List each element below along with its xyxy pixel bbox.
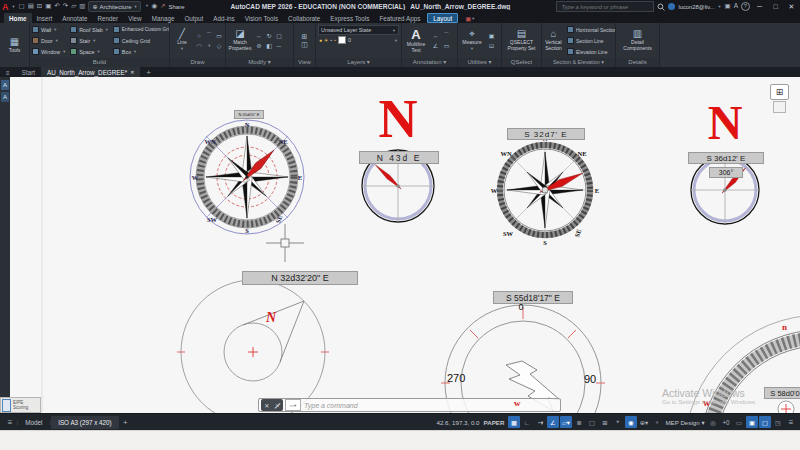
customization-menu-icon[interactable]: ≡ (785, 416, 797, 428)
lineweight-toggle[interactable]: ≣ (573, 416, 585, 428)
layer-lock-icon[interactable]: ▪ (331, 37, 333, 43)
draw-panel-label[interactable]: Draw (170, 58, 225, 67)
drawing-tab[interactable]: AU_North_Arrow_DEGREE* ✕ (41, 67, 140, 77)
layer-state-dropdown[interactable]: Unsaved Layer State▼ (318, 25, 399, 35)
close-button[interactable]: ✕ (785, 3, 798, 11)
viewport-mini-control[interactable] (773, 101, 786, 113)
new-layout-button[interactable]: + (119, 416, 131, 428)
redo-icon[interactable]: ↷ (63, 3, 68, 10)
utilities-panel-label[interactable]: Utilities ▾ (458, 58, 501, 67)
layout-tab-iso-a3[interactable]: ISO A3 (297 x 420) (51, 416, 119, 429)
maximize-button[interactable]: □ (769, 3, 782, 10)
compass-rose-3[interactable]: N NE E SE S SW W WN (491, 135, 599, 246)
degree-gauge[interactable] (441, 305, 605, 413)
search-input[interactable] (559, 3, 651, 11)
search-icon[interactable] (657, 3, 665, 11)
modify-tool-grid[interactable]: ↔↻▢⊘◧─ (254, 23, 284, 58)
annotation-tool-grid[interactable]: ↔⌒∠▭ (430, 23, 452, 58)
share-button[interactable]: Share (169, 4, 185, 10)
logo-menu-caret-icon[interactable]: ▼ (12, 4, 16, 9)
annotation-visibility-toggle[interactable]: ◉ (625, 416, 637, 428)
new-file-icon[interactable]: ▢ (18, 3, 24, 10)
command-input[interactable]: Type a command (304, 402, 358, 409)
annotation-scale-add[interactable]: ＋ (651, 416, 663, 428)
layers-panel-label[interactable]: Layers ▾ (316, 58, 401, 67)
transparency-toggle[interactable]: ▢ (586, 416, 598, 428)
plot-icon[interactable]: ▣ (45, 3, 51, 10)
space-tool[interactable]: Space▼ (70, 48, 109, 55)
new-drawing-tab-button[interactable]: + (140, 67, 157, 77)
stair-tool[interactable]: Stair▼ (70, 37, 109, 44)
elevation-line-tool[interactable]: Elevation Line (567, 48, 613, 55)
section-line-tool[interactable]: Section Line (567, 37, 613, 44)
snap-toggle[interactable]: ∟ (521, 416, 533, 428)
signed-in-user[interactable]: lucon28@liv... (678, 4, 714, 10)
folder-icon[interactable]: ▱ (71, 3, 76, 10)
ribbon-tab-render[interactable]: Render (92, 13, 123, 23)
current-layer[interactable]: 0 (348, 37, 351, 43)
wall-tool[interactable]: Wall▼ (32, 26, 66, 33)
share-icon[interactable]: ↗ (160, 3, 165, 10)
draw-tool-grid[interactable]: ○⌒▭◠＋◇ (194, 23, 224, 58)
section-elevation-panel-label[interactable]: Section & Elevation ▾ (542, 58, 615, 67)
north-arrow-construction[interactable] (177, 276, 329, 413)
tool-palette-strip[interactable]: A A (0, 77, 10, 413)
workspace-switcher[interactable]: ⊕ Architecture ▼ (88, 1, 141, 12)
selection-cycling-toggle[interactable]: ⊞ (599, 416, 611, 428)
modify-panel-label[interactable]: Modify ▾ (226, 58, 293, 67)
match-properties-button[interactable]: ◪ Match Properties (226, 23, 254, 58)
autocad-logo-icon[interactable]: A (2, 2, 9, 12)
open-file-icon[interactable]: ▤ (28, 3, 34, 10)
multiline-text-button[interactable]: A Multiline Text (402, 23, 430, 58)
layer-color-swatch[interactable] (338, 36, 346, 44)
details-panel-label[interactable]: Details (616, 58, 659, 67)
window-tool[interactable]: Window▼ (32, 48, 66, 55)
close-tab-icon[interactable]: ✕ (130, 69, 134, 75)
command-customize-icon[interactable]: ╂ (274, 401, 282, 409)
ribbon-tab-addins[interactable]: Add-ins (208, 13, 239, 23)
palette-icon-a1[interactable]: A (1, 80, 9, 90)
save-icon[interactable]: ⊡ (37, 3, 42, 10)
palette-icon-a2[interactable]: A (1, 92, 9, 102)
minimize-button[interactable]: ─ (753, 3, 766, 10)
quick-properties-toggle[interactable]: ▭ (733, 416, 745, 428)
layer-sun-icon[interactable]: ☀ (324, 37, 328, 43)
utilities-tool-grid[interactable]: ▣⊡ (486, 23, 497, 58)
user-menu-caret-icon[interactable]: ▼ (718, 4, 722, 9)
ribbon-tab-annotate[interactable]: Annotate (57, 13, 92, 23)
command-recent-dropdown[interactable]: ▭▾ (285, 399, 301, 411)
build-panel-label[interactable]: Build (30, 58, 169, 67)
view-panel-label[interactable]: View (294, 58, 315, 67)
autoscale-toggle[interactable]: ⊕▾ (638, 416, 650, 428)
measure-button[interactable]: ⌖ Measure▼ (458, 23, 486, 58)
paper-space-toggle[interactable]: PAPER (484, 419, 505, 426)
help-icon[interactable]: ? (741, 2, 750, 11)
file-tabs-menu-icon[interactable]: ≡ (0, 67, 16, 77)
line-button[interactable]: ╱ Line▼ (170, 23, 194, 58)
detail-components-button[interactable]: ▥ Detail Components (616, 23, 659, 58)
ribbon-tab-insert[interactable]: Insert (32, 13, 58, 23)
enhanced-custom-grid-tool[interactable]: Enhanced Custom Grid▼ (113, 26, 169, 33)
compass-rose-1[interactable]: N NE E SE S SW W WN (190, 120, 304, 234)
ribbon-tab-vision-tools[interactable]: Vision Tools (240, 13, 283, 23)
box-tool[interactable]: Box▼ (113, 48, 169, 55)
vertical-section-button[interactable]: ⌂ Vertical Section (542, 23, 565, 58)
qselect-property-set-button[interactable]: ▤ QSELECT Property Set (502, 23, 541, 58)
globe-icon[interactable]: ◔ (144, 3, 148, 10)
ribbon-tab-featured-apps[interactable]: Featured Apps (374, 13, 425, 23)
user-avatar[interactable] (668, 3, 675, 10)
autodesk-icon[interactable]: A (734, 3, 738, 10)
grid-toggle[interactable]: ▦ (508, 416, 520, 428)
tools-button[interactable]: ▦ Tools (0, 23, 29, 67)
ribbon-tab-output[interactable]: Output (179, 13, 208, 23)
sheetset-icon[interactable]: ▥ (79, 3, 85, 10)
app-store-icon[interactable]: ▣ (725, 3, 731, 10)
layer-plot-icon[interactable]: ▪ (334, 37, 336, 43)
view-tools[interactable]: ⊞ ◫ (294, 23, 315, 58)
ribbon-tab-layout[interactable]: Layout (427, 13, 458, 23)
ribbon-tab-express-tools[interactable]: Express Tools (325, 13, 374, 23)
door-tool[interactable]: Door▼ (32, 37, 66, 44)
dynamic-ucs-toggle[interactable]: ⌖ (612, 416, 624, 428)
command-close-icon[interactable]: ✕ (264, 402, 269, 409)
model-tab[interactable]: Model (18, 416, 49, 429)
